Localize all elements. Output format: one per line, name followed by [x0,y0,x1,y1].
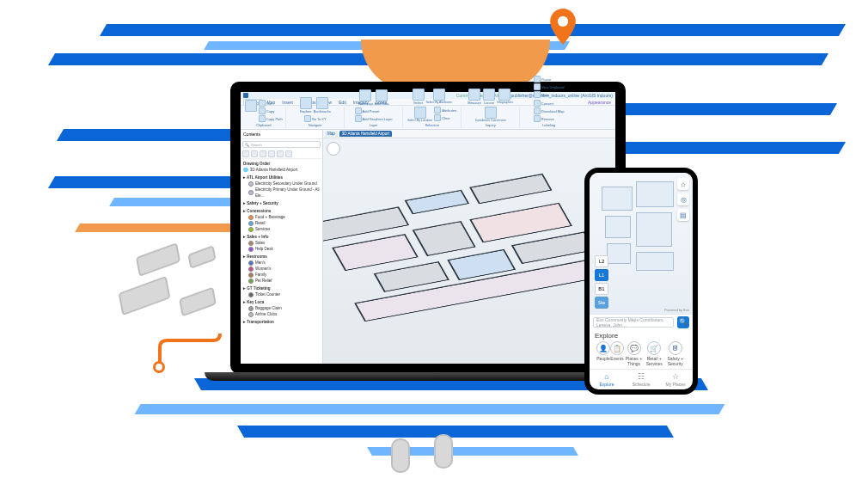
layer-item[interactable]: Electricity Primary Under Ground - All E… [243,187,320,199]
phone-level-l1[interactable]: L1 [595,269,608,281]
phone-level-picker: L2 L1 B1 Site [595,255,608,309]
layer-item[interactable]: Airline Clubs [243,311,320,317]
layer-group-safety-security[interactable]: ▸ Safety + Security [243,200,320,206]
phone-site-button[interactable]: Site [595,297,608,309]
phone-bottom-nav: ⌂Explore☷Schedule☆My Places [590,369,693,389]
attributes-icon[interactable] [434,107,441,113]
select-icon[interactable] [413,89,425,101]
nav-label: Schedule [633,382,651,387]
measure-icon[interactable] [468,89,480,101]
list-by-selection-icon[interactable] [260,150,266,157]
view-unplaced-icon[interactable] [534,83,541,90]
layer-symbol-icon [248,227,254,232]
layer-group-restrooms[interactable]: ▸ Restrooms [243,254,320,260]
ribbon-group-inquiry: Measure Locate Infographics Coordinate C… [462,107,520,128]
drawing-order-heading: Drawing Order [243,161,320,167]
layer-symbol-icon [248,312,254,317]
layer-label: Electricity Secondary Under Ground [255,181,317,187]
layer-item[interactable]: Men's [243,260,320,266]
layer-item[interactable]: Family [243,272,320,278]
layer-item[interactable]: Pet Relief [243,278,320,284]
phone-locate-button[interactable]: ◎ [677,193,689,205]
clear-icon[interactable] [434,114,441,121]
phone-search-button[interactable]: 🔍 [677,316,689,328]
add-preset-icon[interactable] [355,107,362,114]
copy-icon[interactable] [259,107,266,114]
coord-conv-icon[interactable] [485,107,497,119]
scene-viewport[interactable] [323,138,615,364]
bookmarks-icon[interactable] [316,97,328,109]
phone-category-retail-services[interactable]: 🛒Retail + Services [644,341,664,366]
select-attr-icon[interactable] [433,89,445,101]
category-label: People [596,356,610,361]
locate-icon[interactable] [483,89,495,101]
layer-label: Airline Clubs [255,311,277,317]
ribbon-group-clipboard: Cut Copy Copy Path Clipboard [242,107,286,128]
remove-icon[interactable] [534,115,541,122]
list-by-source-icon[interactable] [251,150,258,157]
cut-icon[interactable] [259,100,266,107]
add-graphics-icon[interactable] [355,115,362,122]
layer-item[interactable]: Food + Beverage [243,214,320,220]
goto-xy-icon[interactable] [304,115,311,122]
layer-symbol-icon [248,247,254,252]
phone-home-button[interactable]: ⌂ [677,178,689,190]
phone-nav-schedule[interactable]: ☷Schedule [624,370,658,389]
category-label: Events [610,356,623,361]
list-by-snapping-icon[interactable] [277,150,284,157]
layer-symbol-icon [248,279,254,284]
explore-icon[interactable] [300,97,312,109]
layer-group-key-loca[interactable]: ▸ Key Loca [243,299,320,305]
convert-icon[interactable] [534,100,541,107]
layer-item[interactable]: Help Desk [243,246,320,252]
layer-group-atl-airport-utilities[interactable]: ▸ ATL Airport Utilities [243,175,320,181]
scene-root-item[interactable]: 🌐3D Atlanta Hartsfield Airport [243,167,320,173]
phone-category-people[interactable]: 👤People [596,341,610,366]
layer-item[interactable]: Retail [243,220,320,226]
phone-category-safety-security[interactable]: ⛨Safety + Security [664,341,686,366]
navigator-icon[interactable] [327,142,340,156]
layer-item[interactable]: Women's [243,266,320,272]
pause-icon[interactable] [534,76,541,83]
phone-nav-my-places[interactable]: ☆My Places [658,370,693,389]
tab-appearance[interactable]: Appearance [586,99,613,105]
layer-group-gt-ticketing[interactable]: ▸ GT Ticketing [243,285,320,291]
copy-path-icon[interactable] [259,115,266,122]
phone-layers-button[interactable]: ▤ [677,209,689,221]
phone-level-l2[interactable]: L2 [595,255,608,267]
layer-group-concessions[interactable]: ▸ Concessions [243,208,320,214]
select-loc-icon[interactable] [414,107,426,119]
layer-label: Family [255,272,266,278]
infographics-icon[interactable] [498,89,510,101]
phone-search-input[interactable]: Esri Community Maps Contributors, Lenexa… [593,317,674,328]
add-data-icon[interactable] [376,89,388,101]
phone-map-viewport[interactable]: ⌂ ◎ ▤ L2 L1 B1 Site Powered by Esri [590,173,693,314]
contents-search[interactable]: 🔍 Search [242,141,321,148]
category-label: Retail + Services [644,356,664,366]
basemap-icon[interactable] [359,89,371,101]
layer-symbol-icon [248,181,254,187]
layer-symbol-icon [248,221,254,226]
phone-nav-explore[interactable]: ⌂Explore [590,370,624,389]
phone-category-places-things[interactable]: 💬Places + Things [624,341,644,366]
layer-item[interactable]: Baggage Claim [243,305,320,311]
layer-group-transportation[interactable]: ▸ Transportation [243,319,320,325]
map-tab-map[interactable]: Map [325,131,338,137]
layer-label: Women's [255,266,272,272]
more-icon[interactable] [534,91,541,98]
list-by-labeling-icon[interactable] [285,150,292,157]
layer-item[interactable]: Electricity Secondary Under Ground [243,181,320,187]
layer-symbol-icon [248,306,254,311]
layer-item[interactable]: Services [243,226,320,232]
map-tab-scene[interactable]: 3D Atlanta Hartsfield Airport [339,131,392,137]
layer-group-sales-info[interactable]: ▸ Sales + Info [243,234,320,240]
layer-item[interactable]: Ticket Counter [243,291,320,297]
phone-category-events[interactable]: 📋Events [610,341,624,366]
category-icon: 👤 [596,341,610,355]
layer-item[interactable]: Sales [243,240,320,246]
phone-level-b1[interactable]: B1 [595,283,608,295]
list-by-drawing-order-icon[interactable] [242,150,249,157]
download-map-icon[interactable] [534,107,541,114]
list-by-editing-icon[interactable] [268,150,275,157]
paste-icon[interactable] [245,100,257,112]
